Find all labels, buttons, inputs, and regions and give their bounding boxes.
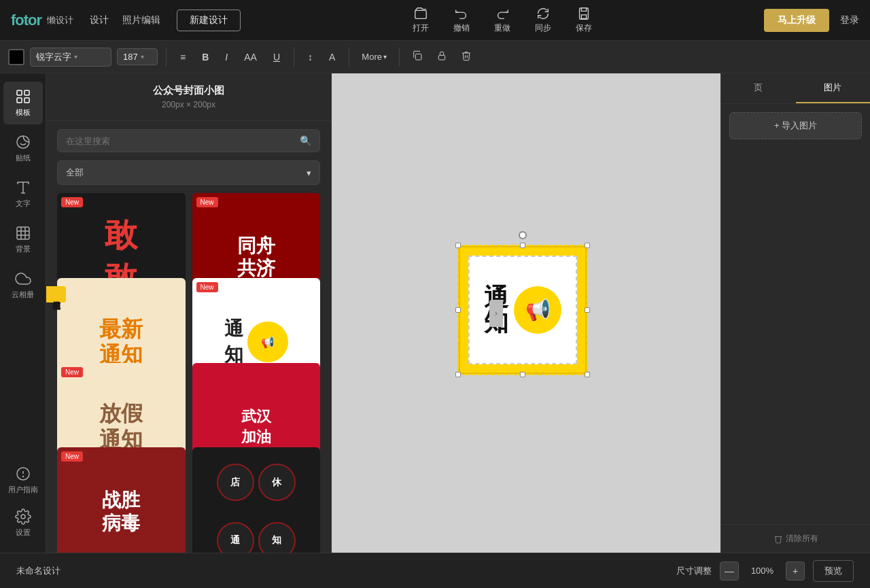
aa-button[interactable]: AA — [239, 49, 262, 65]
topbar-sync[interactable]: 同步 — [535, 6, 551, 34]
preview-button[interactable]: 预览 — [813, 560, 854, 582]
duplicate-button[interactable] — [408, 48, 427, 67]
search-input[interactable] — [66, 136, 294, 146]
handle-top-left[interactable] — [455, 243, 461, 248]
line-height-button[interactable]: ↕ — [302, 49, 318, 65]
template-item[interactable]: 店 休 通 知 — [192, 447, 321, 553]
templates-icon — [15, 88, 31, 105]
template-circle-1: 店 — [217, 464, 254, 501]
bold-button[interactable]: B — [196, 49, 214, 65]
text-color-button[interactable]: A — [324, 49, 341, 65]
more-button[interactable]: More ▾ — [358, 49, 391, 65]
template-text: 武汉加油 — [241, 407, 271, 447]
settings-label: 设置 — [16, 528, 31, 538]
topbar-right: 马上升级 登录 — [764, 9, 859, 32]
redo-label: 重做 — [494, 22, 510, 34]
sidebar-item-templates[interactable]: 模板 — [3, 82, 43, 124]
canvas-content: 通知 📢 — [458, 245, 594, 381]
size-adjust-label: 尺寸调整 — [676, 565, 712, 577]
clear-all-button[interactable]: 清除所有 — [729, 533, 862, 544]
cloud-icon — [15, 271, 31, 287]
tab-images[interactable]: 图片 — [796, 73, 871, 103]
handle-middle-left[interactable] — [455, 307, 461, 313]
logo-fotor: fotor — [11, 12, 41, 29]
svg-rect-8 — [24, 98, 29, 103]
sidebar-item-guide[interactable]: 用户指南 — [3, 459, 43, 502]
bottom-filename: 未命名设计 — [16, 565, 60, 577]
toolbar2: 锐字云字 ▾ 187 ▾ ≡ B I AA U ↕ A More ▾ — [0, 41, 870, 73]
handle-bottom-right[interactable] — [585, 372, 590, 377]
rotate-handle[interactable] — [519, 231, 527, 239]
nav-photo-edit[interactable]: 照片编辑 — [122, 14, 160, 27]
zoom-out-button[interactable]: — — [720, 561, 739, 581]
font-selector[interactable]: 锐字云字 ▾ — [30, 48, 111, 67]
font-name-label: 锐字云字 — [36, 51, 71, 63]
search-icon[interactable]: 🔍 — [300, 135, 311, 146]
template-text: 战胜病毒 — [102, 489, 140, 534]
bottom-center: 尺寸调整 — 100% + 预览 — [676, 560, 854, 582]
feedback-tab[interactable]: 提模板需求 — [46, 286, 66, 302]
open-label: 打开 — [413, 22, 429, 34]
template-badge: New — [61, 367, 83, 377]
panel-size: 200px × 200px — [57, 100, 320, 109]
more-chevron-icon: ▾ — [383, 53, 387, 60]
topbar-open[interactable]: 打开 — [413, 6, 429, 34]
font-size-box[interactable]: 187 ▾ — [117, 48, 158, 65]
nav-links: 设计 照片编辑 — [90, 14, 160, 27]
template-item[interactable]: New 战胜病毒 — [57, 447, 186, 553]
new-design-button[interactable]: 新建设计 — [177, 10, 241, 31]
right-panel-collapse-button[interactable]: › — [489, 300, 503, 327]
canvas-area[interactable]: 通知 📢 › — [332, 73, 720, 553]
zoom-in-button[interactable]: + — [786, 561, 805, 581]
topbar-save[interactable]: 保存 — [576, 6, 592, 34]
svg-rect-5 — [17, 90, 22, 95]
align-button[interactable]: ≡ — [175, 49, 191, 65]
background-label: 背景 — [16, 244, 31, 254]
delete-icon — [461, 50, 472, 61]
template-badge: New — [61, 451, 83, 462]
category-select[interactable]: 全部 ▾ — [57, 160, 320, 185]
sidebar-item-background[interactable]: 背景 — [3, 218, 43, 261]
svg-rect-2 — [581, 15, 586, 19]
sidebar-item-cloud[interactable]: 云相册 — [3, 264, 43, 307]
template-text: 同舟共济 — [237, 235, 275, 280]
upgrade-button[interactable]: 马上升级 — [764, 9, 829, 32]
underline-button[interactable]: U — [268, 49, 285, 65]
topbar-undo[interactable]: 撤销 — [453, 6, 470, 34]
handle-top-center[interactable] — [520, 243, 525, 248]
search-box: 🔍 — [57, 129, 320, 152]
topbar-redo[interactable]: 重做 — [494, 6, 510, 34]
open-icon — [413, 6, 428, 21]
sidebar-item-settings[interactable]: 设置 — [3, 502, 43, 544]
main-area: 模板 贴纸 文字 背景 云相册 用户指南 设置 — [0, 73, 870, 553]
settings-icon — [15, 508, 31, 525]
divider-1 — [166, 48, 167, 67]
template-circle-4: 知 — [258, 522, 296, 553]
sidebar-item-text[interactable]: 文字 — [3, 173, 43, 215]
duplicate-icon — [412, 50, 423, 61]
stickers-icon — [15, 134, 31, 150]
handle-bottom-center[interactable] — [520, 372, 525, 377]
sidebar-item-stickers[interactable]: 贴纸 — [3, 127, 43, 170]
lock-button[interactable] — [432, 48, 451, 67]
panel-title: 公众号封面小图 — [57, 84, 320, 97]
handle-middle-right[interactable] — [585, 307, 590, 313]
template-panel: 公众号封面小图 200px × 200px 🔍 全部 ▾ New 敢敢 New … — [46, 73, 332, 553]
nav-design[interactable]: 设计 — [90, 14, 109, 27]
color-swatch[interactable] — [8, 49, 24, 65]
italic-button[interactable]: I — [220, 49, 233, 65]
font-size-value: 187 — [123, 52, 138, 62]
login-button[interactable]: 登录 — [840, 14, 859, 27]
import-image-button[interactable]: + 导入图片 — [729, 112, 862, 139]
tab-pages[interactable]: 页 — [721, 73, 796, 103]
left-sidebar: 模板 贴纸 文字 背景 云相册 用户指南 设置 — [0, 73, 46, 553]
delete-button[interactable] — [457, 48, 476, 67]
handle-bottom-left[interactable] — [455, 372, 461, 377]
template-badge: New — [196, 197, 218, 207]
guide-label: 用户指南 — [8, 485, 38, 495]
canvas-design[interactable]: 通知 📢 — [458, 245, 587, 375]
logo-sub: 懒设计 — [47, 14, 73, 27]
redo-icon — [495, 6, 510, 21]
handle-top-right[interactable] — [585, 243, 590, 248]
clear-all-label: 清除所有 — [786, 533, 818, 544]
